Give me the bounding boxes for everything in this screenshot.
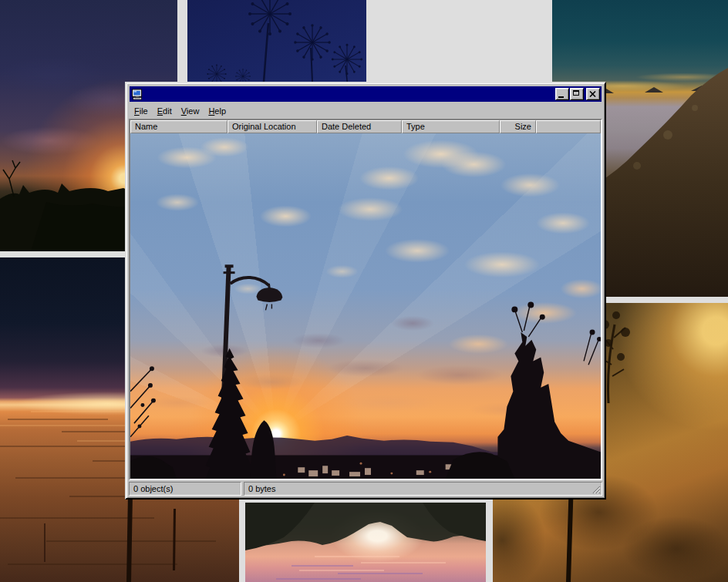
gallery-photo-water-reflection [245, 503, 486, 582]
close-button[interactable] [586, 88, 600, 100]
column-header-original-location[interactable]: Original Location [228, 120, 317, 133]
recycle-bin-window: File Edit View Help Name Original Locati… [125, 82, 606, 500]
status-size-panel: 0 bytes [244, 482, 602, 496]
menu-edit[interactable]: Edit [153, 105, 177, 117]
menu-help[interactable]: Help [204, 105, 231, 117]
reflection-silhouette [245, 503, 486, 582]
sunset-sky-photo [130, 133, 601, 479]
cypress-tree [206, 348, 254, 479]
minimize-icon [558, 96, 564, 98]
column-header-row: Name Original Location Date Deleted Type… [130, 120, 601, 133]
menu-view[interactable]: View [177, 105, 204, 117]
sunset-silhouettes [130, 133, 601, 479]
column-header-date-deleted[interactable]: Date Deleted [317, 120, 402, 133]
maximize-icon [573, 90, 579, 96]
left-branches [130, 367, 155, 437]
resize-grip-icon[interactable] [591, 484, 601, 494]
maximize-button[interactable] [570, 88, 584, 100]
column-header-type[interactable]: Type [402, 120, 500, 133]
small-bush [250, 420, 276, 479]
column-header-size[interactable]: Size [500, 120, 536, 133]
computer-icon[interactable] [131, 89, 143, 100]
column-header-filler [536, 120, 601, 133]
column-header-name[interactable]: Name [130, 120, 228, 133]
status-size-text: 0 bytes [248, 484, 275, 493]
file-list-view: Name Original Location Date Deleted Type… [129, 119, 602, 480]
status-bar: 0 object(s) 0 bytes [129, 482, 602, 496]
close-icon [589, 91, 596, 97]
window-titlebar[interactable] [130, 86, 602, 102]
status-object-count: 0 object(s) [129, 482, 241, 496]
minimize-button[interactable] [555, 88, 569, 100]
list-content-area[interactable] [130, 133, 601, 479]
menu-bar: File Edit View Help [129, 102, 602, 119]
menu-file[interactable]: File [130, 105, 153, 117]
desktop-background: File Edit View Help Name Original Locati… [0, 0, 728, 582]
